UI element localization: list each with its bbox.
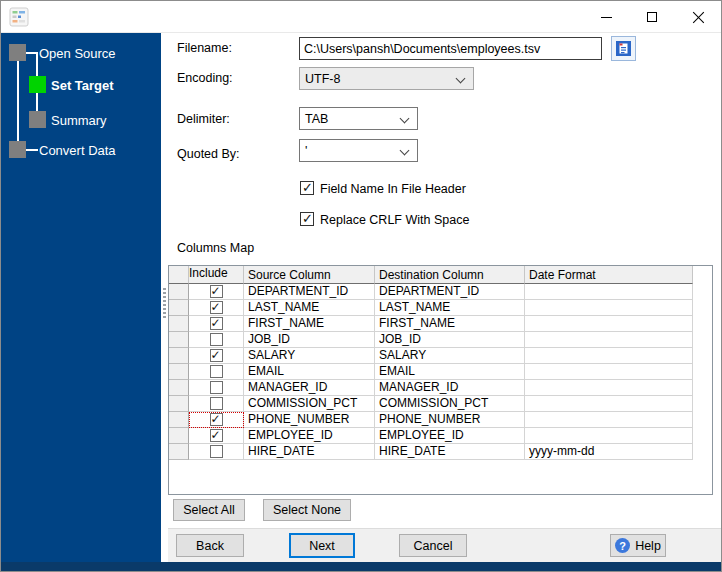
include-cell[interactable] xyxy=(189,380,244,396)
date-format-header[interactable]: Date Format xyxy=(525,266,693,284)
include-checkbox[interactable] xyxy=(210,381,223,394)
quoted-by-value: ' xyxy=(305,144,307,158)
destination-cell[interactable]: PHONE_NUMBER xyxy=(375,412,525,428)
date-format-cell[interactable] xyxy=(525,428,693,444)
row-selector[interactable] xyxy=(169,332,189,348)
browse-button[interactable] xyxy=(611,36,636,61)
select-none-button[interactable]: Select None xyxy=(263,499,351,521)
destination-cell[interactable]: EMAIL xyxy=(375,364,525,380)
row-selector[interactable] xyxy=(169,396,189,412)
include-checkbox[interactable] xyxy=(210,317,223,330)
include-checkbox[interactable] xyxy=(210,429,223,442)
destination-cell[interactable]: HIRE_DATE xyxy=(375,444,525,460)
row-selector[interactable] xyxy=(169,300,189,316)
date-format-cell[interactable] xyxy=(525,380,693,396)
include-cell[interactable] xyxy=(189,428,244,444)
source-cell[interactable]: EMAIL xyxy=(244,364,375,380)
step-marker-open-source xyxy=(9,44,26,61)
include-checkbox[interactable] xyxy=(210,301,223,314)
include-checkbox[interactable] xyxy=(210,397,223,410)
help-button[interactable]: ? Help xyxy=(610,534,666,557)
wizard-sidebar: Open Source Set Target Summary Convert D… xyxy=(1,33,161,562)
quoted-by-select[interactable]: ' xyxy=(299,139,418,162)
sidebar-item-open-source[interactable]: Open Source xyxy=(39,46,116,61)
row-selector[interactable] xyxy=(169,348,189,364)
source-cell[interactable]: SALARY xyxy=(244,348,375,364)
row-selector[interactable] xyxy=(169,380,189,396)
step-marker-set-target xyxy=(29,76,46,93)
close-button[interactable] xyxy=(675,1,721,33)
sidebar-splitter-handle[interactable] xyxy=(161,33,168,562)
date-format-cell[interactable] xyxy=(525,316,693,332)
date-format-cell[interactable] xyxy=(525,396,693,412)
destination-cell[interactable]: MANAGER_ID xyxy=(375,380,525,396)
destination-cell[interactable]: JOB_ID xyxy=(375,332,525,348)
question-circle-icon: ? xyxy=(615,538,630,553)
include-checkbox[interactable] xyxy=(210,413,223,426)
next-button[interactable]: Next xyxy=(289,533,355,558)
date-format-cell[interactable] xyxy=(525,332,693,348)
sidebar-item-summary[interactable]: Summary xyxy=(51,113,107,128)
delimiter-select[interactable]: TAB xyxy=(299,107,418,130)
include-cell[interactable] xyxy=(189,300,244,316)
minimize-button[interactable] xyxy=(583,1,629,33)
cancel-button[interactable]: Cancel xyxy=(399,534,467,557)
destination-cell[interactable]: EMPLOYEE_ID xyxy=(375,428,525,444)
select-all-button[interactable]: Select All xyxy=(173,499,245,521)
include-cell[interactable] xyxy=(189,332,244,348)
include-cell[interactable] xyxy=(189,444,244,460)
include-cell[interactable] xyxy=(189,396,244,412)
include-checkbox[interactable] xyxy=(210,349,223,362)
date-format-cell[interactable] xyxy=(525,284,693,300)
maximize-button[interactable] xyxy=(629,1,675,33)
row-selector[interactable] xyxy=(169,284,189,300)
include-checkbox[interactable] xyxy=(210,285,223,298)
source-cell[interactable]: PHONE_NUMBER xyxy=(244,412,375,428)
table-row: JOB_ID JOB_ID xyxy=(169,332,693,348)
field-name-in-header-checkbox[interactable] xyxy=(300,181,314,195)
window-controls xyxy=(583,1,721,33)
date-format-cell[interactable] xyxy=(525,364,693,380)
back-button[interactable]: Back xyxy=(176,534,244,557)
step-marker-summary xyxy=(29,111,46,128)
include-cell[interactable] xyxy=(189,364,244,380)
include-checkbox[interactable] xyxy=(210,445,223,458)
include-cell-focused[interactable] xyxy=(189,412,244,428)
row-selector[interactable] xyxy=(169,412,189,428)
date-format-cell[interactable] xyxy=(525,300,693,316)
include-checkbox[interactable] xyxy=(210,333,223,346)
source-cell[interactable]: COMMISSION_PCT xyxy=(244,396,375,412)
source-cell[interactable]: LAST_NAME xyxy=(244,300,375,316)
destination-cell[interactable]: COMMISSION_PCT xyxy=(375,396,525,412)
source-cell[interactable]: MANAGER_ID xyxy=(244,380,375,396)
include-cell[interactable] xyxy=(189,348,244,364)
source-column-header[interactable]: Source Column xyxy=(244,266,375,284)
destination-cell[interactable]: DEPARTMENT_ID xyxy=(375,284,525,300)
date-format-cell[interactable]: yyyy-mm-dd xyxy=(525,444,693,460)
include-header[interactable]: Include xyxy=(189,266,244,284)
include-cell[interactable] xyxy=(189,316,244,332)
sidebar-item-convert-data[interactable]: Convert Data xyxy=(39,143,116,158)
include-cell[interactable] xyxy=(189,284,244,300)
date-format-cell[interactable] xyxy=(525,348,693,364)
date-format-cell[interactable] xyxy=(525,412,693,428)
destination-column-header[interactable]: Destination Column xyxy=(375,266,525,284)
encoding-select[interactable]: UTF-8 xyxy=(299,67,474,90)
source-cell[interactable]: HIRE_DATE xyxy=(244,444,375,460)
source-cell[interactable]: FIRST_NAME xyxy=(244,316,375,332)
row-selector[interactable] xyxy=(169,364,189,380)
replace-crlf-checkbox[interactable] xyxy=(300,212,314,226)
encoding-value: UTF-8 xyxy=(305,72,340,86)
sidebar-item-set-target[interactable]: Set Target xyxy=(51,78,114,93)
destination-cell[interactable]: FIRST_NAME xyxy=(375,316,525,332)
destination-cell[interactable]: LAST_NAME xyxy=(375,300,525,316)
source-cell[interactable]: EMPLOYEE_ID xyxy=(244,428,375,444)
row-selector[interactable] xyxy=(169,444,189,460)
filename-input[interactable] xyxy=(299,37,602,60)
source-cell[interactable]: JOB_ID xyxy=(244,332,375,348)
include-checkbox[interactable] xyxy=(210,365,223,378)
destination-cell[interactable]: SALARY xyxy=(375,348,525,364)
row-selector[interactable] xyxy=(169,316,189,332)
source-cell[interactable]: DEPARTMENT_ID xyxy=(244,284,375,300)
row-selector[interactable] xyxy=(169,428,189,444)
